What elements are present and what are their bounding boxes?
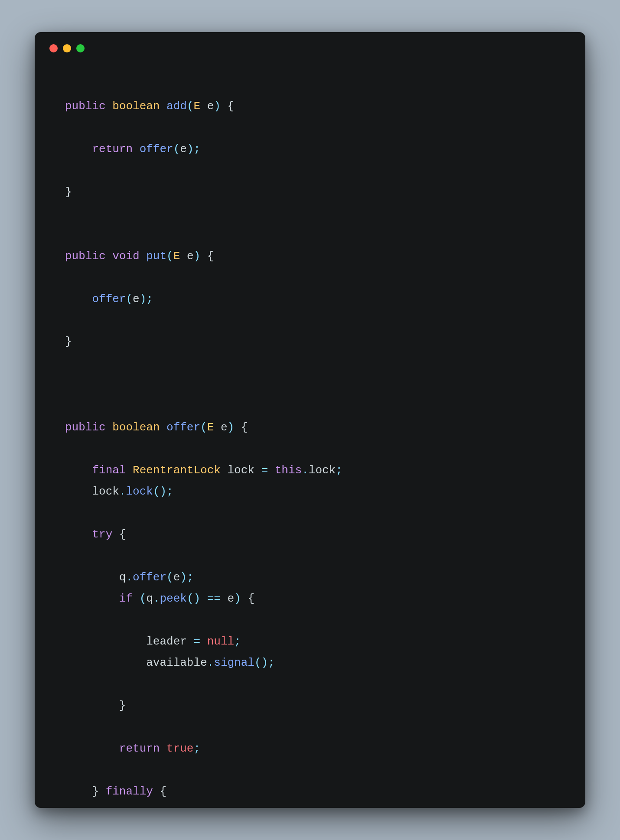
token-punc: ( [200,421,207,434]
token-func: signal [214,656,255,669]
code-line: lock.lock(); [65,481,555,502]
whitespace [65,742,119,755]
whitespace [221,100,228,113]
token-ident: lock [228,464,255,477]
code-line [65,438,555,459]
token-ident: lock [309,464,336,477]
token-punc: ( [187,592,194,605]
whitespace [180,250,187,263]
whitespace [268,464,275,477]
code-line: leader = null; [65,631,555,652]
token-func: offer [140,143,173,156]
whitespace [241,592,248,605]
code-line [65,759,555,781]
code-line: } [65,695,555,716]
code-line: return true; [65,738,555,759]
token-punc: ; [166,485,173,498]
whitespace [200,250,207,263]
token-brace: { [160,785,166,798]
whitespace [234,421,241,434]
code-line [65,160,555,181]
token-type: E [193,100,200,113]
code-line: available.signal(); [65,652,555,674]
code-line [65,374,555,395]
whitespace [106,100,113,113]
token-type: E [173,250,180,263]
token-ident: e [133,293,140,306]
whitespace [140,250,147,263]
token-ident: q [119,571,126,584]
code-line [65,502,555,524]
token-brace: { [228,100,235,113]
token-key: void [112,250,139,263]
close-icon[interactable] [49,44,58,52]
zoom-icon[interactable] [76,44,85,52]
token-punc: ) [140,293,147,306]
token-brace: { [248,592,255,605]
token-punc: ; [336,464,343,477]
code-line [65,674,555,695]
token-brace: } [65,186,72,199]
code-block: public boolean add(E e) { return offer(e… [35,52,585,808]
token-punc: ; [146,293,153,306]
token-punc: . [207,656,214,669]
code-line: try { [65,524,555,545]
token-punc: = [193,635,200,648]
code-line: } [65,182,555,203]
window-titlebar [35,32,585,52]
token-punc: ; [194,143,201,156]
token-func: add [166,100,187,113]
token-punc: . [153,592,160,605]
whitespace [255,464,261,477]
whitespace [106,421,113,434]
token-punc: ( [140,592,147,605]
code-line [65,224,555,245]
editor-window: public boolean add(E e) { return offer(e… [35,32,585,808]
token-func: offer [166,421,200,434]
whitespace [65,464,92,477]
whitespace [221,592,228,605]
whitespace [112,528,119,541]
token-brace: } [92,785,99,798]
token-punc: ) [180,571,187,584]
token-ident: leader [146,635,187,648]
token-punc: ) [194,250,201,263]
token-punc: ) [228,421,235,434]
token-brace: } [65,335,72,348]
token-func: offer [133,571,166,584]
token-punc: ( [126,293,133,306]
code-line: final ReentrantLock lock = this.lock; [65,460,555,481]
token-punc: . [126,571,133,584]
token-ident: e [207,100,214,113]
token-type: ReentrantLock [133,464,221,477]
token-ident: lock [92,485,119,498]
code-line: if (q.peek() == e) { [65,588,555,609]
token-ident: e [228,592,235,605]
whitespace [65,485,92,498]
token-type: boolean [112,421,160,434]
code-line [65,203,555,224]
token-func: peek [160,592,186,605]
token-brace: { [207,250,214,263]
whitespace [65,699,119,712]
token-func: offer [92,293,126,306]
token-punc: . [119,485,126,498]
whitespace [153,785,160,798]
token-key: return [119,742,160,755]
code-line: public boolean offer(E e) { [65,417,555,438]
minimize-icon[interactable] [63,44,71,52]
whitespace [65,293,92,306]
token-brace: { [241,421,248,434]
token-func: lock [126,485,153,498]
whitespace [200,100,207,113]
token-ident: available [146,656,207,669]
token-punc: ( [166,250,173,263]
token-punc: ( [255,656,261,669]
token-key: if [119,592,133,605]
code-line [65,310,555,331]
code-line: } [65,331,555,352]
token-brace: { [119,528,126,541]
token-type: E [207,421,214,434]
code-line [65,716,555,738]
token-punc: == [207,592,221,605]
